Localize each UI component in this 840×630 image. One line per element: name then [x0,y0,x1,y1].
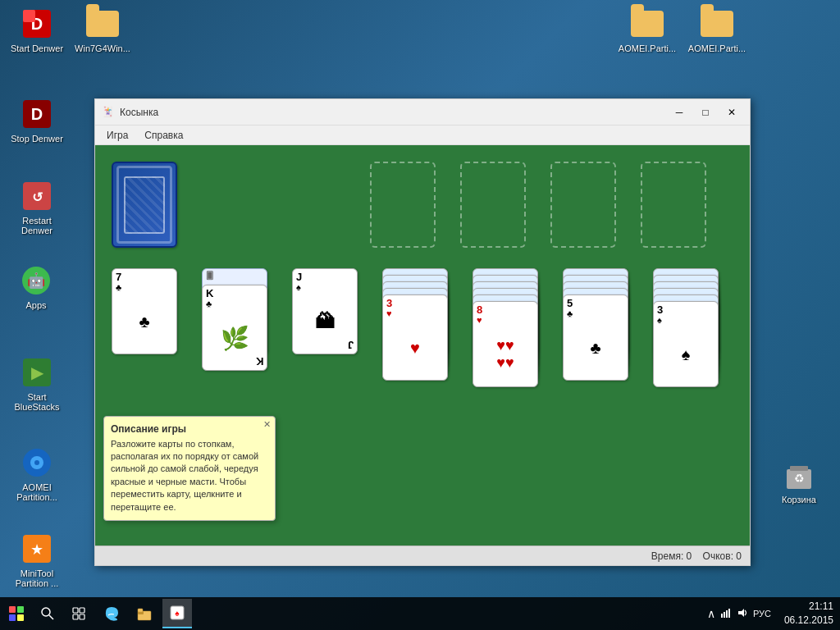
column-5-card[interactable]: 8 ♥ ♥♥♥♥ [472,301,538,387]
maximize-button[interactable]: □ [694,103,717,121]
col4-suit: ♥ [386,308,392,318]
svg-rect-19 [9,606,16,613]
col1-value: 7 [116,272,121,282]
col2-back-label: 🂠 [206,272,213,280]
search-button[interactable] [33,599,62,628]
stop-denwer-icon: D [21,98,53,130]
col3-suit: ♠ [296,282,301,292]
minimize-button[interactable]: ─ [668,103,691,121]
desktop-icon-recycle[interactable]: ♻ Корзина [766,455,832,508]
desktop-icon-aomei1[interactable]: AOMEI.Parti... [614,4,680,57]
tray-arrow[interactable]: ∧ [707,607,715,620]
aomei-partition-label: AOMEI Partition... [7,482,66,502]
svg-rect-28 [80,614,84,619]
desktop-icon-start-denwer[interactable]: D Start Denwer [4,4,70,57]
column-4-card[interactable]: 3 ♥ ♥ [382,294,448,381]
svg-rect-36 [726,610,728,618]
clock-date: 06.12.2015 [784,614,833,628]
svg-text:↺: ↺ [32,190,43,204]
foundation-slot-1[interactable] [370,162,436,248]
svg-rect-17 [790,466,808,471]
taskbar: ♠ ∧ РУС 21:11 [0,597,840,630]
minitool-label: MiniTool Partition ... [7,568,66,588]
task-view-button[interactable] [64,599,94,628]
desktop-icon-aomei-partition[interactable]: AOMEI Partition... [4,443,70,505]
tray-lang[interactable]: РУС [753,609,771,619]
svg-rect-27 [73,614,78,619]
clock[interactable]: 21:11 06.12.2015 [778,600,840,628]
column-7-card[interactable]: 3 ♠ ♠ [653,301,719,387]
col5-center: ♥♥♥♥ [477,325,534,384]
tray-network[interactable] [720,607,732,620]
desktop-icon-restart-denwer[interactable]: ↺ Restart Denwer [4,176,70,239]
clock-time: 21:11 [784,600,833,614]
time-value: 0 [687,550,692,562]
menu-help[interactable]: Справка [136,128,191,143]
window-title: Косынка [120,107,668,118]
restart-denwer-label: Restart Denwer [7,216,66,235]
column-3-card[interactable]: J ♠ 🏔 J [292,268,358,354]
desktop-icon-aomei2[interactable]: AOMEI.Parti... [684,4,750,57]
tray-volume[interactable] [737,607,748,620]
close-button[interactable]: ✕ [720,103,743,121]
menu-game[interactable]: Игра [98,128,136,143]
desktop-icon-stop-denwer[interactable]: D Stop Denwer [4,94,70,147]
svg-rect-22 [17,614,24,621]
column-1-card[interactable]: 7 ♣ ♣ [112,268,177,354]
svg-rect-34 [721,614,723,618]
col5-value: 8 [477,304,482,315]
col2-bottom-value: K [256,355,263,368]
column-6-card[interactable]: 5 ♣ ♣ [563,294,628,381]
desktop-icon-win7g4win[interactable]: Win7G4Win... [70,4,135,57]
foundation-slot-4[interactable] [641,162,706,248]
desktop-icon-bluestacks[interactable]: ▶ Start BlueStacks [4,353,70,415]
apps-icon: 🤖 [20,264,52,297]
svg-marker-38 [738,609,744,617]
aomei2-icon [701,7,733,40]
svg-rect-2 [23,10,35,22]
col2-value: K [206,288,213,299]
column-2-card[interactable]: K ♣ 🌿 K [202,285,267,371]
desktop-icon-minitool[interactable]: ★ MiniTool Partition ... [4,529,70,591]
start-button[interactable] [0,597,33,630]
col7-value: 3 [657,304,663,315]
stop-denwer-label: Stop Denwer [11,134,63,144]
stock-pile[interactable] [112,162,177,248]
description-close-button[interactable]: ✕ [263,419,271,430]
col6-suit: ♣ [567,308,573,318]
bluestacks-label: Start BlueStacks [7,392,66,412]
svg-rect-37 [728,609,730,618]
col2-center: 🌿 [206,308,263,368]
window-icon: 🃏 [102,106,115,119]
description-title: Описание игры [111,423,268,435]
foundation-slot-2[interactable] [460,162,526,248]
stock-back-inner [116,166,172,244]
solitaire-window: 🃏 Косынка ─ □ ✕ Игра Справка [94,98,751,566]
win7g4win-label: Win7G4Win... [75,43,130,53]
window-titlebar: 🃏 Косынка ─ □ ✕ [95,99,750,126]
solitaire-taskbar-btn[interactable]: ♠ [162,599,192,628]
svg-line-24 [49,615,53,619]
col3-bottom-value: J [348,339,354,351]
col1-center: ♣ [116,292,173,351]
col6-center: ♣ [567,318,624,377]
explorer-button[interactable] [130,599,159,628]
col1-suit: ♣ [116,282,121,292]
col3-value: J [296,272,302,282]
col2-suit: ♣ [206,299,212,308]
desktop-icon-apps[interactable]: 🤖 Apps [3,261,69,313]
restart-denwer-icon: ↺ [21,180,53,212]
col4-center: ♥ [386,318,444,377]
edge-button[interactable] [97,599,126,628]
foundation-slot-3[interactable] [550,162,616,248]
col7-center: ♠ [657,325,714,384]
aomei-partition-icon [21,446,53,479]
svg-text:D: D [31,105,43,123]
svg-text:▶: ▶ [31,363,44,381]
aomei2-label: AOMEI.Parti... [688,43,746,53]
bluestacks-icon: ▶ [21,356,53,389]
window-menubar: Игра Справка [95,126,750,145]
system-tray: ∧ РУС [701,607,778,620]
recycle-icon: ♻ [783,459,815,491]
card-back-pattern [124,176,165,234]
